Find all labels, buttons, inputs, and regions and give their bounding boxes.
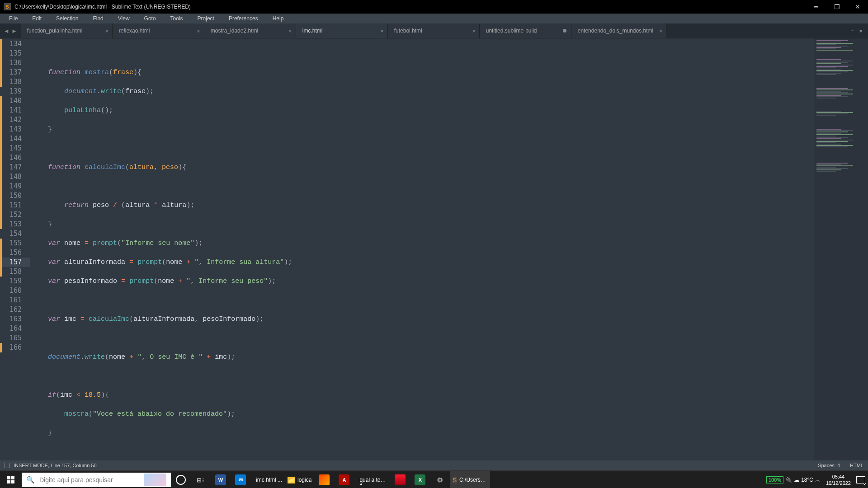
line-number[interactable]: 151	[0, 201, 30, 210]
line-number[interactable]: 156	[0, 248, 30, 258]
minimize-button[interactable]: ━	[806, 0, 826, 14]
taskbar-mail[interactable]: ✉	[231, 471, 250, 488]
tab-entendendo_dois_mundos-html[interactable]: entendendo_dois_mundos.html×	[571, 23, 666, 38]
cortana-icon[interactable]	[171, 471, 191, 488]
taskbar-settings[interactable]: ⚙	[430, 471, 450, 488]
tab-history-back-icon[interactable]: ◄	[3, 28, 10, 34]
tab-close-icon[interactable]: ×	[288, 28, 292, 34]
line-number[interactable]: 150	[0, 191, 30, 201]
line-number[interactable]: 162	[0, 305, 30, 314]
taskbar-explorer[interactable]: 📁logica	[285, 471, 314, 488]
tab-overflow-icon[interactable]: ▾	[858, 28, 864, 34]
weather-icon[interactable]: ☁	[794, 477, 799, 483]
line-number[interactable]: 153	[0, 220, 30, 229]
menu-preferences[interactable]: Preferences	[222, 14, 265, 23]
line-number[interactable]: 144	[0, 134, 30, 144]
line-number[interactable]: 139	[0, 87, 30, 96]
line-number[interactable]: 148	[0, 172, 30, 182]
line-number[interactable]: 159	[0, 277, 30, 286]
tab-function_pulalinha-html[interactable]: function_pulalinha.html×	[21, 23, 113, 38]
action-center-icon[interactable]	[856, 476, 865, 483]
menu-find[interactable]: Find	[85, 14, 110, 23]
line-number[interactable]: 145	[0, 144, 30, 153]
menu-tools[interactable]: Tools	[163, 14, 190, 23]
task-view-icon[interactable]: ⊞⫶	[191, 471, 211, 488]
tab-close-icon[interactable]: ×	[197, 28, 200, 34]
tab-history-forward-icon[interactable]: ►	[10, 28, 18, 34]
line-number[interactable]: 163	[0, 314, 30, 324]
tab-close-icon[interactable]: ×	[380, 28, 384, 34]
window-titlebar: S C:\Users\kelly\Desktop\logica\imc.html…	[0, 0, 868, 14]
line-number[interactable]: 164	[0, 324, 30, 333]
tab-futebol-html[interactable]: futebol.html×	[388, 23, 480, 38]
menu-help[interactable]: Help	[265, 14, 291, 23]
line-number[interactable]: 141	[0, 106, 30, 115]
line-number[interactable]: 154	[0, 229, 30, 239]
tab-reflexao-html[interactable]: reflexao.html×	[113, 23, 204, 38]
tab-close-icon[interactable]: ×	[659, 28, 663, 34]
taskbar-edge[interactable]: imc.html ...	[250, 471, 285, 488]
line-number[interactable]: 135	[0, 49, 30, 58]
taskbar-acrobat[interactable]: A	[334, 471, 354, 488]
line-number[interactable]: 166	[0, 343, 30, 352]
menu-goto[interactable]: Goto	[137, 14, 163, 23]
start-button[interactable]	[0, 471, 22, 488]
taskbar-word[interactable]: W	[211, 471, 231, 488]
taskbar-search[interactable]: 🔍 Digite aqui para pesquisar	[22, 473, 171, 487]
line-number-gutter[interactable]: 1341351361371381391401411421431441451461…	[0, 38, 30, 460]
status-bar: INSERT MODE, Line 157, Column 50 Spaces:…	[0, 460, 868, 470]
taskbar-clock[interactable]: 05:44 10/12/2022	[822, 474, 854, 486]
line-number[interactable]: 143	[0, 125, 30, 134]
line-number[interactable]: 152	[0, 210, 30, 220]
code-content[interactable]: function mostra(frase){ document.write(f…	[30, 38, 814, 460]
status-syntax[interactable]: HTML	[850, 463, 863, 468]
line-number[interactable]: 142	[0, 115, 30, 125]
menu-selection[interactable]: Selection	[49, 14, 85, 23]
status-panel-icon[interactable]	[5, 463, 10, 468]
editor-area[interactable]: 1341351361371381391401411421431441451461…	[0, 38, 868, 460]
maximize-button[interactable]: ❐	[826, 0, 847, 14]
windows-taskbar: 🔍 Digite aqui para pesquisar ⊞⫶ W ✉ imc.…	[0, 470, 868, 488]
line-number[interactable]: 136	[0, 58, 30, 68]
line-number[interactable]: 157	[0, 258, 30, 267]
line-number[interactable]: 138	[0, 77, 30, 87]
line-number[interactable]: 165	[0, 333, 30, 343]
line-number[interactable]: 161	[0, 296, 30, 305]
tab-label: mostra_idade2.html	[211, 28, 258, 34]
taskbar-sublime[interactable]: SC:\Users\k...	[450, 471, 490, 488]
tray-chevron-icon[interactable]: ︿	[815, 476, 821, 484]
menu-view[interactable]: View	[111, 14, 137, 23]
line-number[interactable]: 146	[0, 153, 30, 163]
weather-temp[interactable]: 18°C	[801, 477, 813, 483]
line-number[interactable]: 134	[0, 39, 30, 49]
line-number[interactable]: 158	[0, 267, 30, 277]
taskbar-excel[interactable]: X	[410, 471, 430, 488]
tab-mostra_idade2-html[interactable]: mostra_idade2.html×	[204, 23, 296, 38]
line-number[interactable]: 155	[0, 239, 30, 248]
tab-close-icon[interactable]: ×	[472, 28, 476, 34]
line-number[interactable]: 147	[0, 163, 30, 172]
line-number[interactable]: 137	[0, 68, 30, 77]
tab-untitled-sublime-build[interactable]: untitled.sublime-build	[480, 23, 571, 38]
app-icon: S	[4, 3, 11, 10]
status-indent[interactable]: Spaces: 4	[818, 463, 840, 468]
tab-label: entendendo_dois_mundos.html	[578, 28, 653, 34]
battery-indicator[interactable]: 100%	[766, 476, 783, 483]
new-tab-button[interactable]: ＋	[848, 27, 858, 35]
minimap[interactable]	[814, 38, 868, 460]
tab-imc-html[interactable]: imc.html×	[296, 23, 388, 38]
tab-close-icon[interactable]: ×	[105, 28, 108, 34]
line-number[interactable]: 160	[0, 286, 30, 296]
line-number[interactable]: 140	[0, 96, 30, 106]
dirty-indicator-icon	[563, 29, 566, 33]
line-number[interactable]: 149	[0, 182, 30, 191]
menu-project[interactable]: Project	[190, 14, 222, 23]
taskbar-firefox[interactable]	[314, 471, 334, 488]
power-icon[interactable]: 🔌	[785, 477, 792, 483]
taskbar-chrome[interactable]: qual a tec...	[354, 471, 390, 488]
close-button[interactable]: ✕	[847, 0, 868, 14]
taskbar-opera[interactable]	[390, 471, 410, 488]
menu-edit[interactable]: Edit	[25, 14, 49, 23]
tab-label: untitled.sublime-build	[486, 28, 537, 34]
menu-file[interactable]: File	[2, 14, 25, 23]
